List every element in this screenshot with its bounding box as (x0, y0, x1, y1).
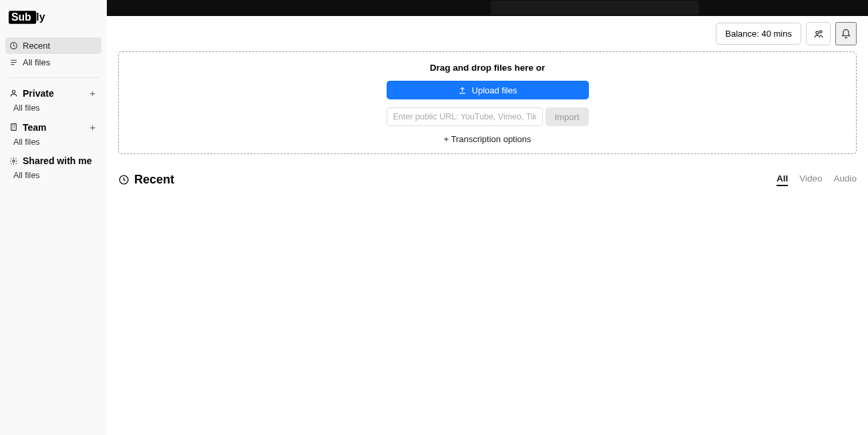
upload-label: Upload files (472, 85, 517, 95)
team-all-files[interactable]: All files (5, 135, 101, 153)
bell-icon (841, 29, 851, 39)
upload-files-button[interactable]: Upload files (387, 81, 589, 99)
transcription-options-link[interactable]: + Transcription options (443, 134, 531, 144)
clock-icon (9, 41, 18, 50)
svg-point-8 (819, 31, 821, 33)
gear-icon (9, 157, 18, 165)
clock-icon (118, 174, 130, 185)
header-actions: Balance: 40 mins (107, 16, 868, 51)
list-icon (9, 58, 18, 67)
sidebar: Sub ly Recent All files Private + All fi… (0, 0, 107, 435)
svg-text:ly: ly (36, 11, 45, 23)
url-input[interactable] (387, 107, 543, 126)
filter-all[interactable]: All (777, 173, 788, 186)
private-all-files[interactable]: All files (5, 101, 101, 119)
nav-all-files[interactable]: All files (5, 54, 101, 71)
section-team[interactable]: Team + (5, 119, 101, 135)
main: Balance: 40 mins Drag and drop files her… (107, 0, 868, 435)
drop-text: Drag and drop files here or (430, 63, 546, 73)
nav-all-files-label: All files (23, 57, 50, 67)
filter-tabs: All Video Audio (777, 173, 857, 186)
nav-recent[interactable]: Recent (5, 37, 101, 54)
logo: Sub ly (9, 9, 49, 25)
recent-heading: Recent (118, 173, 174, 187)
private-label: Private (23, 88, 54, 99)
balance-button[interactable]: Balance: 40 mins (716, 23, 801, 45)
team-label: Team (23, 122, 47, 133)
add-team-button[interactable]: + (87, 121, 97, 133)
filter-audio[interactable]: Audio (833, 173, 857, 186)
recent-title: Recent (134, 173, 174, 187)
users-icon (813, 29, 824, 39)
user-icon (9, 89, 18, 97)
add-private-button[interactable]: + (87, 87, 97, 99)
svg-rect-5 (11, 124, 17, 131)
building-icon (9, 123, 18, 131)
section-shared[interactable]: Shared with me (5, 153, 101, 169)
svg-point-4 (12, 90, 15, 93)
divider (8, 77, 99, 78)
section-private[interactable]: Private + (5, 85, 101, 101)
notifications-button[interactable] (835, 22, 857, 45)
filter-video[interactable]: Video (799, 173, 822, 186)
nav-recent-label: Recent (23, 41, 50, 51)
svg-text:Sub: Sub (11, 11, 31, 23)
shared-all-files[interactable]: All files (5, 169, 101, 186)
import-button[interactable]: Import (546, 107, 589, 126)
invite-button[interactable] (806, 22, 831, 45)
upload-icon (458, 86, 467, 95)
svg-point-6 (13, 159, 15, 161)
svg-point-7 (816, 31, 819, 34)
shared-label: Shared with me (23, 155, 91, 166)
topbar (107, 0, 868, 16)
upload-dropzone[interactable]: Drag and drop files here or Upload files… (118, 51, 857, 154)
